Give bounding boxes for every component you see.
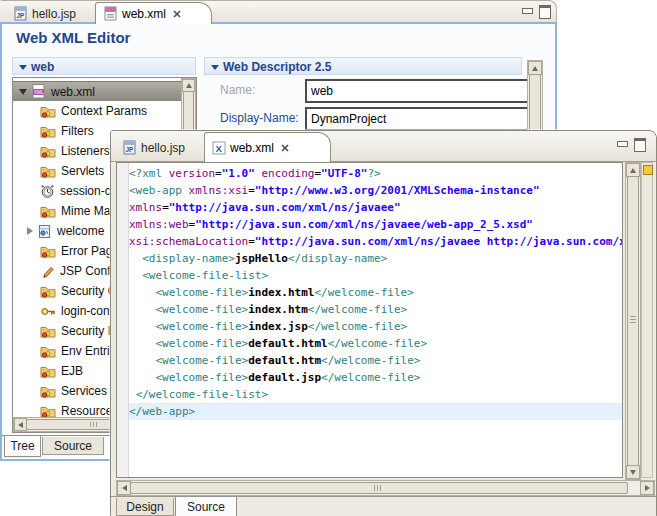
tab-label: web.xml (122, 7, 166, 21)
code-line-12: <welcome-file>default.htm</welcome-file> (129, 352, 622, 369)
bottom-tab-source[interactable]: Source (175, 497, 237, 516)
tab-label: hello.jsp (141, 141, 185, 155)
annotation-ruler (641, 162, 653, 478)
code-line-14: </welcome-file-list> (129, 386, 622, 403)
name-field[interactable] (305, 79, 533, 103)
code-line-7: <welcome-file-list> (129, 267, 622, 284)
svg-text:X: X (216, 143, 223, 154)
editor-tab-hello-jsp[interactable]: JPhello.jsp (115, 134, 216, 161)
scrollbar-thumb[interactable] (627, 176, 639, 466)
tab-label: web.xml (230, 141, 274, 155)
tree-item-label: Mime Map (61, 204, 117, 218)
code-line-15: </web-app> (129, 403, 622, 420)
minimize-icon[interactable] (617, 141, 628, 147)
folder-icon (40, 124, 56, 138)
window-controls-back (522, 5, 551, 19)
scroll-up-button[interactable] (528, 61, 542, 75)
editor-gutter (117, 163, 129, 477)
bottom-tab-design[interactable]: Design (116, 498, 174, 516)
folder-icon (40, 404, 56, 418)
folder-icon (40, 384, 56, 398)
scroll-left-button[interactable] (117, 481, 131, 495)
x-file-icon: X (212, 141, 226, 155)
tree-item-label: Security R (61, 324, 116, 338)
code-line-8: <welcome-file>index.html</welcome-file> (129, 284, 622, 301)
folder-icon (40, 364, 56, 378)
tree-item-label: login-con (61, 304, 110, 318)
pencil-icon (40, 264, 55, 279)
code-line-10: <welcome-file>index.jsp</welcome-file> (129, 318, 622, 335)
tree-item-label: Env Entrie (61, 344, 116, 358)
welcome-icon (37, 224, 52, 239)
jsp-file-icon: JP (13, 6, 28, 21)
code-line-2: <web-app xmlns:xsi="http://www.w3.org/20… (129, 182, 622, 199)
tree-item-label: Filters (61, 124, 94, 138)
code-line-6: <display-name>jspHello</display-name> (129, 250, 622, 267)
bottom-tab-source[interactable]: Source (42, 437, 104, 455)
expander-closed-icon[interactable] (27, 227, 33, 235)
code-line-11: <welcome-file>default.html</welcome-file… (129, 335, 622, 352)
page-title: Web XML Editor (16, 29, 130, 46)
bottom-tab-tree[interactable]: Tree (4, 436, 41, 457)
section-header-web-descriptor[interactable]: Web Descriptor 2.5 (204, 57, 522, 75)
tree-item-label: Servlets (61, 164, 104, 178)
tree-item-label: Services (61, 384, 107, 398)
scroll-right-button[interactable] (640, 481, 654, 495)
tree-item-Context-Params[interactable]: Context Params (13, 101, 183, 121)
tree-item-label: Listeners (61, 144, 110, 158)
tree-item-label: Error Pag (61, 244, 112, 258)
folder-icon (40, 204, 56, 218)
xml-source-editor-window: JPhello.jspXweb.xml <?xml version="1.0" … (110, 130, 657, 516)
close-icon[interactable] (281, 144, 289, 152)
close-icon[interactable] (173, 10, 181, 18)
editor-tab-web-xml[interactable]: Xweb.xml (204, 132, 331, 162)
code-line-4: xmlns:web="http://java.sun.com/xml/ns/ja… (129, 216, 622, 233)
folder-icon (40, 144, 56, 158)
field-label-name: Name: (220, 83, 255, 97)
webxml-file-icon (103, 6, 118, 21)
editor-tab-hello-jsp[interactable]: JPhello.jsp (6, 4, 105, 23)
code-line-1: <?xml version="1.0" encoding="UTF-8"?> (129, 165, 622, 182)
code-content: <?xml version="1.0" encoding="UTF-8"?><w… (129, 165, 622, 477)
maximize-icon[interactable] (634, 138, 646, 152)
folder-icon (40, 284, 56, 298)
scroll-up-button[interactable] (626, 163, 640, 177)
scroll-down-button[interactable] (626, 465, 640, 479)
expander-open-icon[interactable] (19, 89, 27, 95)
tree-item-label: EJB (61, 364, 83, 378)
svg-text:JP: JP (125, 146, 134, 153)
window-controls-front (617, 138, 646, 152)
tree-item-label: Resource (61, 404, 112, 418)
clock-icon (40, 184, 55, 199)
editor-tabbar-front: JPhello.jspXweb.xml (111, 131, 656, 162)
folder-icon (40, 164, 56, 178)
folder-icon (40, 324, 56, 338)
key-icon (40, 305, 56, 318)
displayname-field[interactable] (305, 107, 533, 131)
code-line-3: xmlns="http://java.sun.com/xml/ns/javaee… (129, 199, 622, 216)
svg-text:XML: XML (34, 90, 44, 95)
tree-item-label: welcome (57, 224, 104, 238)
warning-marker-icon[interactable] (643, 165, 653, 175)
editor-horizontal-scrollbar[interactable] (116, 480, 655, 496)
code-line-9: <welcome-file>index.htm</welcome-file> (129, 301, 622, 318)
scrollbar-thumb[interactable] (130, 482, 628, 494)
minimize-icon[interactable] (522, 8, 533, 14)
folder-icon (40, 244, 56, 258)
tree-item-web.xml[interactable]: XMLweb.xml (13, 81, 183, 101)
tree-item-label: Security C (61, 284, 116, 298)
jsp-file-icon: JP (122, 140, 137, 155)
folder-icon (40, 344, 56, 358)
editor-tab-web-xml[interactable]: web.xml (95, 2, 212, 24)
editor-vertical-scrollbar[interactable] (625, 162, 641, 480)
xml-file-icon: XML (31, 84, 46, 99)
maximize-icon[interactable] (539, 5, 551, 19)
chevron-down-icon (211, 65, 219, 70)
xml-source-editor[interactable]: <?xml version="1.0" encoding="UTF-8"?><w… (116, 162, 623, 478)
chevron-down-icon (19, 65, 27, 70)
section-header-web[interactable]: web (12, 57, 196, 75)
folder-icon (40, 104, 56, 118)
design-source-tab-strip: DesignSource (111, 496, 656, 516)
tree-item-label: web.xml (51, 85, 95, 99)
code-line-13: <welcome-file>default.jsp</welcome-file> (129, 369, 622, 386)
